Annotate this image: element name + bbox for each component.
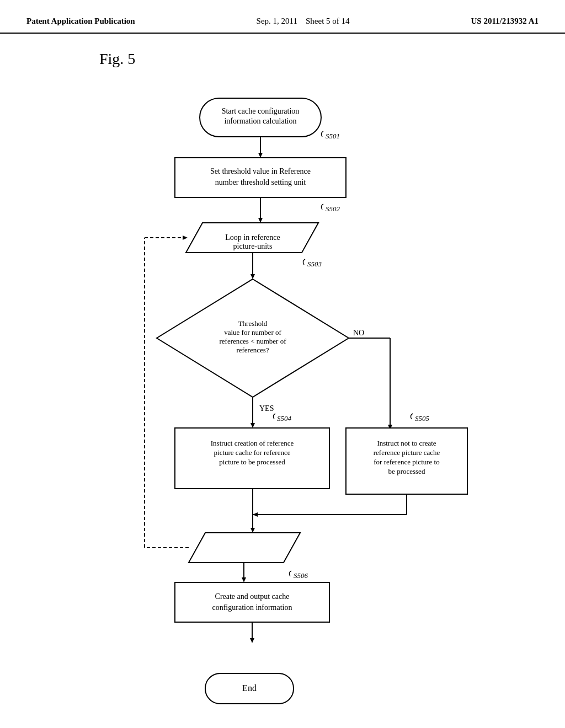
svg-text:End: End <box>242 683 257 693</box>
svg-text:for reference picture to: for reference picture to <box>374 458 439 466</box>
end-terminal: End <box>200 671 310 709</box>
svg-text:Set threshold value in Referen: Set threshold value in Reference <box>210 167 311 175</box>
svg-text:picture cache for reference: picture cache for reference <box>214 448 291 457</box>
svg-text:Instruct creation of reference: Instruct creation of reference <box>211 439 294 447</box>
svg-text:Instruct not to create: Instruct not to create <box>377 439 436 447</box>
svg-text:number threshold setting unit: number threshold setting unit <box>215 178 306 186</box>
svg-text:value for number of: value for number of <box>224 328 281 336</box>
svg-rect-55 <box>175 582 329 622</box>
svg-marker-5 <box>258 153 263 158</box>
svg-text:S506: S506 <box>294 571 308 580</box>
svg-text:picture to be processed: picture to be processed <box>219 458 285 466</box>
svg-text:be processed: be processed <box>388 467 425 475</box>
svg-text:information calculation: information calculation <box>224 117 296 125</box>
svg-marker-47 <box>189 533 300 563</box>
page-header: Patent Application Publication Sep. 1, 2… <box>0 0 565 34</box>
svg-text:S504: S504 <box>277 414 292 422</box>
svg-marker-53 <box>242 577 246 582</box>
svg-text:references < number of: references < number of <box>219 337 286 345</box>
svg-text:S501: S501 <box>326 132 340 140</box>
svg-marker-43 <box>253 512 258 517</box>
svg-marker-27 <box>250 423 255 428</box>
svg-text:Threshold: Threshold <box>238 319 268 328</box>
svg-marker-46 <box>250 528 255 533</box>
svg-text:S502: S502 <box>326 205 340 213</box>
date-label: Sep. 1, 2011 Sheet 5 of 14 <box>257 15 350 27</box>
patent-publication-label: Patent Application Publication <box>26 15 135 27</box>
patent-number-label: US 2011/213932 A1 <box>471 15 539 27</box>
svg-text:picture-units: picture-units <box>233 242 273 250</box>
svg-text:S505: S505 <box>415 414 430 422</box>
svg-text:NO: NO <box>353 329 364 337</box>
main-content: Fig. 5 Start cache configuration informa… <box>0 34 565 625</box>
svg-text:references?: references? <box>236 346 269 354</box>
svg-text:Create and output cache: Create and output cache <box>215 592 290 601</box>
svg-rect-6 <box>175 158 346 197</box>
svg-marker-51 <box>183 235 188 240</box>
svg-text:configuration information: configuration information <box>212 603 292 612</box>
flowchart-diagram: Start cache configuration information ca… <box>89 84 476 625</box>
svg-text:reference picture cache: reference picture cache <box>374 448 440 457</box>
figure-title: Fig. 5 <box>99 50 135 68</box>
svg-marker-16 <box>250 274 255 279</box>
svg-text:YES: YES <box>259 404 274 413</box>
svg-text:Loop in reference: Loop in reference <box>225 233 280 242</box>
svg-text:S503: S503 <box>307 260 322 268</box>
svg-marker-59 <box>250 638 254 643</box>
svg-text:Start cache configuration: Start cache configuration <box>222 107 300 115</box>
svg-marker-10 <box>258 218 263 223</box>
